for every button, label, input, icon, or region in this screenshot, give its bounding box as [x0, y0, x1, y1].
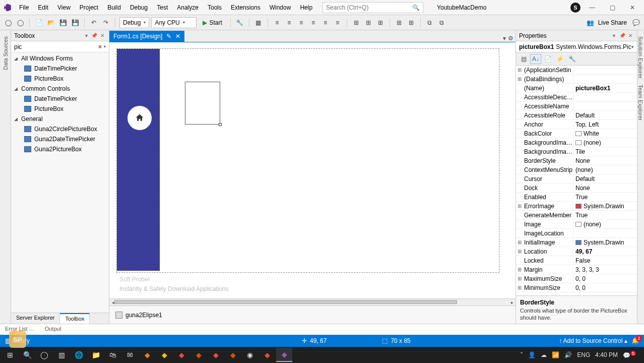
- solution-context[interactable]: YoutubeMacDemo: [431, 3, 492, 13]
- toolbox-search[interactable]: × ▾: [11, 41, 109, 52]
- new-project-button[interactable]: 📄: [34, 18, 44, 28]
- align-5[interactable]: ≡: [320, 18, 331, 28]
- toolbox-item[interactable]: Guna2DateTimePicker: [11, 134, 109, 144]
- properties-options-icon[interactable]: ▾: [611, 33, 618, 38]
- design-surface[interactable]: [109, 42, 516, 298]
- save-button[interactable]: 💾: [58, 18, 68, 28]
- tray-wifi-icon[interactable]: 📶: [552, 351, 559, 358]
- property-row[interactable]: ⊞ErrorImageSystem.Drawin: [516, 202, 637, 211]
- tray-volume-icon[interactable]: 🔊: [564, 351, 572, 358]
- property-row[interactable]: ⊞InitialImageSystem.Drawin: [516, 238, 637, 247]
- toolbox-group[interactable]: ◢All Windows Forms: [11, 53, 109, 64]
- property-row[interactable]: AccessibleName: [516, 102, 637, 111]
- properties-button[interactable]: 📄: [542, 54, 553, 64]
- search-options-icon[interactable]: ▾: [104, 44, 106, 49]
- property-row[interactable]: ⊞Margin3, 3, 3, 3: [516, 265, 637, 274]
- spacing-4[interactable]: ⊞: [394, 18, 404, 28]
- tab-error-list[interactable]: Error List …: [0, 324, 40, 335]
- add-source-control-button[interactable]: ↑ Add to Source Control ▴: [559, 337, 627, 344]
- minimize-button[interactable]: —: [584, 2, 601, 13]
- expand-icon[interactable]: ⊞: [516, 276, 523, 281]
- property-row[interactable]: BackColorWhite: [516, 129, 637, 138]
- menu-edit[interactable]: Edit: [34, 2, 52, 13]
- mail-icon[interactable]: ✉: [122, 348, 138, 362]
- tab-team-explorer[interactable]: Team Explorer: [637, 82, 643, 124]
- spacing-1[interactable]: ⊞: [351, 18, 361, 28]
- menu-analyze[interactable]: Analyze: [173, 2, 203, 13]
- undo-button[interactable]: ↶: [89, 18, 99, 28]
- tray-lang-icon[interactable]: ENG: [577, 351, 590, 358]
- app-2-icon[interactable]: ◆: [156, 348, 172, 362]
- spacing-3[interactable]: ⊞: [375, 18, 385, 28]
- quick-search-input[interactable]: [326, 4, 412, 11]
- nav-back-button[interactable]: ◯: [3, 18, 13, 28]
- tool-misc-2[interactable]: ▦: [253, 18, 264, 28]
- property-row[interactable]: GenerateMemberTrue: [516, 211, 637, 220]
- property-row[interactable]: CursorDefault: [516, 174, 637, 184]
- app-3-icon[interactable]: ◆: [173, 348, 189, 362]
- explorer-icon[interactable]: 📁: [88, 348, 104, 362]
- menu-view[interactable]: View: [53, 2, 75, 13]
- property-row[interactable]: ⊞MaximumSize0, 0: [516, 274, 637, 283]
- scroll-thumb[interactable]: [114, 300, 457, 304]
- toolbox-group[interactable]: ◢General: [11, 114, 109, 124]
- tray-people-icon[interactable]: 👤: [528, 351, 536, 358]
- live-share-button[interactable]: Live Share: [598, 19, 627, 26]
- property-row[interactable]: ⊞Location49, 67: [516, 247, 637, 256]
- doc-tabs-gear-icon[interactable]: ⚙: [508, 35, 513, 42]
- close-button[interactable]: ✕: [624, 2, 641, 13]
- property-row[interactable]: Image(none): [516, 220, 637, 229]
- task-view-icon[interactable]: ▥: [53, 348, 70, 362]
- property-row[interactable]: (Name)pictureBox1: [516, 84, 637, 93]
- properties-close-icon[interactable]: ✕: [627, 33, 634, 38]
- order-2[interactable]: ⧉: [437, 18, 447, 28]
- config-dropdown[interactable]: Debug▾: [119, 17, 149, 28]
- alphabetical-button[interactable]: A↓: [530, 54, 541, 64]
- nav-fwd-button[interactable]: ◯: [15, 18, 25, 28]
- home-circle-button[interactable]: [127, 106, 152, 130]
- menu-test[interactable]: Test: [153, 2, 172, 13]
- menu-file[interactable]: File: [15, 2, 33, 13]
- spacing-5[interactable]: ⊞: [406, 18, 416, 28]
- property-row[interactable]: EnabledTrue: [516, 193, 637, 202]
- notifications-button[interactable]: 🔔2: [631, 337, 639, 344]
- property-row[interactable]: AnchorTop, Left: [516, 120, 637, 129]
- expand-icon[interactable]: ⊞: [516, 239, 523, 245]
- toolbox-item[interactable]: PictureBox: [11, 74, 109, 84]
- maximize-button[interactable]: ▢: [604, 2, 621, 13]
- app-7-icon[interactable]: ◆: [259, 348, 275, 362]
- properties-object-selector[interactable]: pictureBox1 System.Windows.Forms.Pic ▾: [516, 41, 637, 52]
- app-6-icon[interactable]: ◆: [225, 348, 241, 362]
- events-button[interactable]: ⚡: [554, 54, 565, 64]
- redo-button[interactable]: ↷: [101, 18, 111, 28]
- quick-search[interactable]: 🔍: [323, 2, 423, 13]
- property-row[interactable]: ⊞MinimumSize0, 0: [516, 283, 637, 292]
- start-button[interactable]: ▶Start: [199, 17, 226, 28]
- picturebox-selection[interactable]: [185, 82, 220, 125]
- tab-solution-explorer[interactable]: Solution Explorer: [637, 33, 643, 82]
- toolbox-search-input[interactable]: [14, 43, 98, 50]
- expand-icon[interactable]: ⊞: [516, 67, 523, 73]
- designer-hscrollbar[interactable]: ◂ ▸: [109, 298, 516, 306]
- doc-tab-close-icon[interactable]: ✕: [175, 33, 180, 40]
- taskbar-search-icon[interactable]: 🔍: [19, 348, 35, 362]
- menu-tools[interactable]: Tools: [204, 2, 226, 13]
- tab-output[interactable]: Output: [40, 324, 67, 335]
- align-4[interactable]: ≡: [308, 18, 318, 28]
- align-3[interactable]: ≡: [296, 18, 306, 28]
- doc-tab-form1[interactable]: Form1.cs [Design] ✎ ✕: [109, 31, 184, 42]
- property-row[interactable]: LockedFalse: [516, 256, 637, 265]
- spacing-2[interactable]: ⊞: [363, 18, 373, 28]
- scroll-right-icon[interactable]: ▸: [508, 299, 516, 306]
- property-row[interactable]: ContextMenuStrip(none): [516, 165, 637, 174]
- align-2[interactable]: ≡: [284, 18, 294, 28]
- align-1[interactable]: ≡: [272, 18, 282, 28]
- tool-misc-1[interactable]: 🔧: [235, 18, 245, 28]
- expand-icon[interactable]: ⊞: [516, 203, 523, 209]
- tray-up-icon[interactable]: ˄: [520, 351, 523, 358]
- app-5-icon[interactable]: ◆: [208, 348, 224, 362]
- toolbox-item[interactable]: Guna2PictureBox: [11, 144, 109, 154]
- property-row[interactable]: ⊞(ApplicationSettin: [516, 66, 637, 75]
- property-row[interactable]: AccessibleDescript: [516, 93, 637, 102]
- expand-icon[interactable]: ⊞: [516, 285, 523, 290]
